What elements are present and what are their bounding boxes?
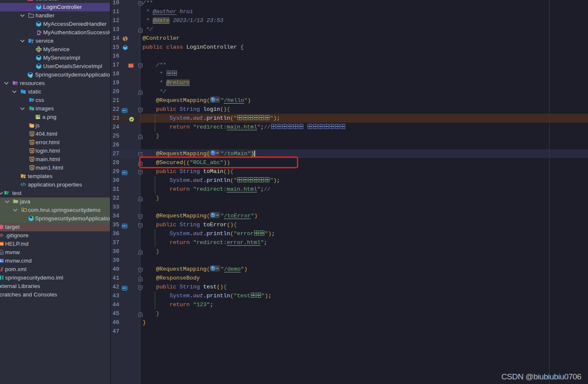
svg-text:5: 5 xyxy=(31,141,33,145)
svg-text:JS: JS xyxy=(30,125,34,128)
svg-text:5: 5 xyxy=(31,132,33,136)
svg-text:5: 5 xyxy=(31,166,33,170)
svg-text:5: 5 xyxy=(31,149,33,153)
svg-text:5: 5 xyxy=(31,158,33,162)
svg-text:Σ: Σ xyxy=(31,41,33,44)
